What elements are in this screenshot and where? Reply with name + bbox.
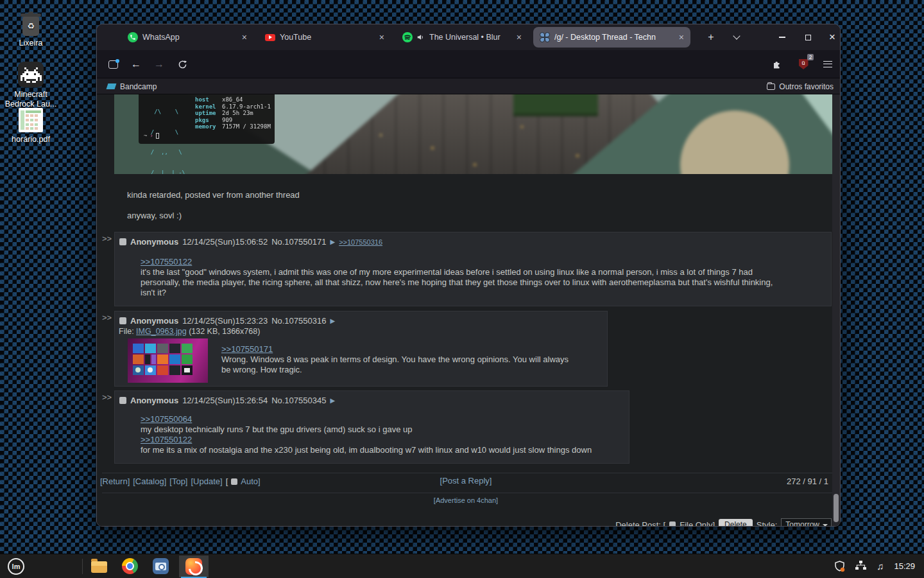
other-bookmarks-label: Outros favoritos bbox=[779, 82, 834, 91]
advertise-link[interactable]: [Advertise on 4chan] bbox=[97, 496, 835, 504]
screenshot-tool-icon[interactable] bbox=[148, 556, 173, 577]
tab-label: The Universal • Blur bbox=[429, 33, 511, 42]
post-text: Wrong. Windows 8 was peak in terms of de… bbox=[221, 355, 600, 365]
tab-bar: WhatsApp × YouTube × The Universal • Blu… bbox=[97, 24, 840, 50]
poster-name: Anonymous bbox=[130, 237, 178, 247]
tab-close-icon[interactable]: × bbox=[678, 33, 685, 42]
music-player-icon[interactable]: ♫ bbox=[877, 561, 884, 572]
scrollbar[interactable] bbox=[832, 94, 840, 527]
post-header: Anonymous 12/14/25(Sun)15:06:52 No.10755… bbox=[119, 237, 382, 247]
taskbar-clock: 15:29 bbox=[894, 561, 915, 571]
bookmark-label: Bandcamp bbox=[120, 82, 157, 91]
post-menu-icon[interactable]: ▶ bbox=[330, 397, 335, 404]
delete-button[interactable]: Delete bbox=[719, 519, 753, 527]
op-text-line: anyway, sovl :) bbox=[127, 211, 182, 221]
post-text: it's the last "good" windows system, i a… bbox=[141, 267, 822, 277]
post-107550171: Anonymous 12/14/25(Sun)15:06:52 No.10755… bbox=[114, 232, 832, 306]
4chan-favicon bbox=[540, 32, 550, 42]
op-image[interactable]: /\ \ / \ / ,, \ / | | -\ /_-'' ''-_\ hos… bbox=[114, 94, 835, 174]
quote-link[interactable]: >>107550171 bbox=[221, 344, 273, 354]
new-tab-button[interactable]: + bbox=[703, 30, 719, 45]
forward-icon[interactable]: → bbox=[152, 57, 166, 71]
pdf-schedule-icon bbox=[19, 108, 43, 132]
file-info: File: IMG_0963.jpg (132 KB, 1366x768) bbox=[119, 327, 260, 336]
post-thumbnail-windows8[interactable] bbox=[128, 338, 208, 383]
post-checkbox[interactable] bbox=[119, 317, 126, 324]
desktop: ♻ Lixeira Minecraft Bedrock Lau... horár… bbox=[0, 0, 924, 578]
tab-audio-playing-icon[interactable] bbox=[417, 32, 425, 42]
close-window-button[interactable]: × bbox=[827, 32, 837, 42]
post-107550316: Anonymous 12/14/25(Sun)15:23:23 No.10755… bbox=[114, 311, 608, 387]
post-header: Anonymous 12/14/25(Sun)15:23:23 No.10755… bbox=[119, 316, 335, 326]
thread-stats: 272 / 91 / 1 bbox=[787, 477, 828, 486]
bookmark-bandcamp[interactable]: Bandcamp bbox=[97, 82, 157, 91]
quote-link[interactable]: >>107550064 bbox=[141, 414, 192, 424]
firefox-window: WhatsApp × YouTube × The Universal • Blu… bbox=[96, 24, 841, 527]
post-checkbox[interactable] bbox=[119, 397, 126, 404]
taskbar-separator bbox=[82, 559, 83, 574]
quote-link[interactable]: >>107550122 bbox=[141, 435, 192, 444]
post-text: for me its a mix of nostalgia and the x2… bbox=[141, 445, 615, 455]
post-number[interactable]: No.107550316 bbox=[271, 316, 326, 326]
maximize-button[interactable] bbox=[803, 32, 813, 42]
desktop-icon-label: horário.pdf bbox=[0, 135, 62, 144]
tab-spotify[interactable]: The Universal • Blur × bbox=[396, 27, 528, 48]
post-header: Anonymous 12/14/25(Sun)15:26:54 No.10755… bbox=[119, 396, 335, 405]
style-select[interactable]: Tomorrow bbox=[781, 518, 832, 527]
desktop-icon-label: Minecraft Bedrock Lau... bbox=[0, 90, 62, 109]
post-side-arrow: >> bbox=[102, 392, 112, 402]
post-text: isn't it? bbox=[141, 288, 822, 298]
tab-close-icon[interactable]: × bbox=[515, 33, 523, 42]
tab-label: WhatsApp bbox=[142, 33, 236, 42]
terminal-cursor bbox=[156, 133, 159, 139]
post-menu-icon[interactable]: ▶ bbox=[330, 238, 335, 245]
ublock-icon[interactable]: ū 2 bbox=[796, 57, 810, 71]
minimize-button[interactable] bbox=[777, 32, 787, 42]
tab-4chan-active[interactable]: /g/ - Desktop Thread - Techn × bbox=[533, 27, 690, 48]
post-reply-link[interactable]: [Post a Reply] bbox=[97, 476, 835, 486]
desktop-icon-minecraft[interactable]: Minecraft Bedrock Lau... bbox=[0, 62, 62, 109]
file-name-link[interactable]: IMG_0963.jpg bbox=[136, 327, 187, 336]
tab-youtube[interactable]: YouTube × bbox=[259, 27, 391, 48]
tab-label: YouTube bbox=[280, 33, 373, 42]
menu-hamburger-icon[interactable] bbox=[821, 57, 835, 71]
files-icon[interactable] bbox=[87, 556, 111, 577]
tab-close-icon[interactable]: × bbox=[241, 33, 248, 42]
post-side-arrow: >> bbox=[102, 313, 112, 322]
extensions-puzzle-icon[interactable] bbox=[770, 57, 784, 71]
tab-close-icon[interactable]: × bbox=[378, 33, 386, 42]
post-menu-icon[interactable]: ▶ bbox=[330, 317, 335, 324]
thread-page: /\ \ / \ / ,, \ / | | -\ /_-'' ''-_\ hos… bbox=[97, 94, 840, 527]
navigation-toolbar: ← → boards.4chan.org/g/thread/107524364 … bbox=[97, 50, 840, 78]
post-checkbox[interactable] bbox=[119, 238, 126, 245]
desktop-icon-label: Lixeira bbox=[0, 39, 62, 48]
back-icon[interactable]: ← bbox=[129, 57, 143, 71]
firefox-view-icon[interactable] bbox=[106, 57, 120, 71]
list-tabs-button[interactable] bbox=[728, 30, 745, 45]
scrollbar-thumb[interactable] bbox=[834, 494, 839, 522]
file-only-checkbox[interactable] bbox=[669, 521, 676, 527]
reload-icon[interactable] bbox=[175, 57, 189, 71]
youtube-icon bbox=[265, 32, 275, 42]
divider bbox=[102, 473, 834, 473]
tab-whatsapp[interactable]: WhatsApp × bbox=[121, 27, 253, 48]
firefox-icon-active[interactable] bbox=[179, 556, 209, 577]
mint-menu-button[interactable]: lm bbox=[4, 556, 28, 577]
poster-name: Anonymous bbox=[130, 396, 178, 405]
other-bookmarks[interactable]: Outros favoritos bbox=[767, 82, 834, 91]
post-number[interactable]: No.107550345 bbox=[271, 396, 326, 405]
post-number[interactable]: No.107550171 bbox=[271, 237, 326, 247]
bandcamp-icon bbox=[107, 83, 117, 89]
post-107550345: Anonymous 12/14/25(Sun)15:26:54 No.10755… bbox=[114, 390, 629, 464]
network-icon[interactable] bbox=[855, 561, 866, 572]
desktop-icon-horario-pdf[interactable]: horário.pdf bbox=[0, 108, 62, 144]
chrome-icon[interactable] bbox=[117, 556, 142, 577]
folder-icon bbox=[767, 83, 775, 90]
quote-link[interactable]: >>107550122 bbox=[141, 257, 192, 267]
desktop-icon-trash[interactable]: ♻ Lixeira bbox=[0, 13, 62, 48]
terminal-fastfetch: /\ \ / \ / ,, \ / | | -\ /_-'' ''-_\ hos… bbox=[139, 94, 275, 144]
spotify-icon bbox=[402, 32, 413, 42]
post-text: be wrong. How tragic. bbox=[221, 365, 600, 375]
firewall-shield-icon[interactable] bbox=[834, 561, 845, 572]
backlink[interactable]: >>107550316 bbox=[339, 238, 382, 246]
